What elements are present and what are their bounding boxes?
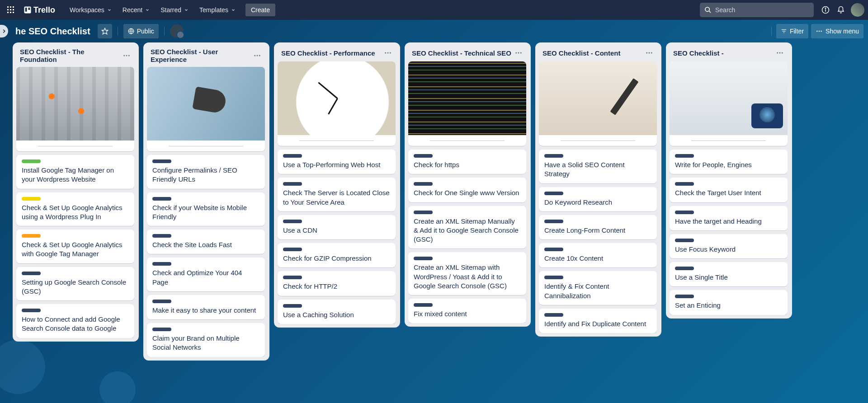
card[interactable]: Use Focus Keyword (670, 234, 788, 258)
card[interactable]: Set an Enticing (670, 290, 788, 314)
card-label[interactable] (414, 303, 433, 307)
list-title[interactable]: SEO Checklist - Content (542, 49, 643, 57)
card-label[interactable] (152, 234, 171, 238)
card[interactable]: Check and Optimize Your 404 Page (147, 258, 265, 291)
card[interactable]: Check for One Single www Version (408, 178, 526, 202)
card-label[interactable] (544, 192, 563, 195)
star-board-button[interactable] (98, 24, 112, 38)
list-menu-button[interactable] (251, 51, 263, 61)
expand-sidebar-handle[interactable] (0, 25, 8, 37)
card-label[interactable] (283, 276, 302, 279)
card[interactable]: Use a Single Title (670, 262, 788, 286)
nav-recent[interactable]: Recent (117, 4, 155, 16)
card[interactable]: Install Google Tag Manager on your Wordp… (16, 155, 134, 189)
card-label[interactable] (283, 248, 302, 251)
card-label[interactable] (22, 272, 41, 275)
card-label[interactable] (152, 159, 171, 163)
list-title[interactable]: SEO Checklist - Technical SEO (412, 49, 513, 57)
card-label[interactable] (152, 328, 171, 331)
nav-workspaces[interactable]: Workspaces (64, 4, 117, 16)
card[interactable]: Create Long-Form Content (539, 215, 657, 239)
card-label[interactable] (283, 182, 302, 186)
card-label[interactable] (544, 154, 563, 158)
card[interactable]: Have the target and Heading (670, 206, 788, 230)
card[interactable]: Use a Top-Performing Web Host (278, 150, 396, 174)
card[interactable]: Configure Permalinks / SEO Friendly URLs (147, 155, 265, 189)
nav-starred[interactable]: Starred (155, 4, 194, 16)
card-label[interactable] (544, 313, 563, 317)
card[interactable]: Have a Solid SEO Content Strategy (539, 150, 657, 183)
card-label[interactable] (675, 154, 694, 158)
list-menu-button[interactable] (643, 48, 655, 58)
list-menu-button[interactable] (774, 48, 786, 58)
list-menu-button[interactable] (382, 48, 394, 58)
board-canvas[interactable]: SEO Checklist - The FoundationInstall Go… (0, 42, 868, 403)
card-label[interactable] (675, 239, 694, 242)
card-label[interactable] (675, 182, 694, 186)
card-label[interactable] (675, 267, 694, 270)
card-cover[interactable] (539, 61, 657, 146)
card-label[interactable] (152, 197, 171, 201)
list-title[interactable]: SEO Checklist - (673, 49, 774, 57)
card-label[interactable] (675, 295, 694, 298)
create-button[interactable]: Create (245, 4, 275, 16)
card-label[interactable] (544, 220, 563, 223)
card-label[interactable] (544, 276, 563, 279)
card-label[interactable] (22, 197, 41, 201)
card[interactable]: Claim your Brand on Multiple Social Netw… (147, 323, 265, 357)
card[interactable]: Identify and Fix Duplicate Content (539, 309, 657, 333)
card[interactable]: Check for HTTP/2 (278, 271, 396, 295)
card-label[interactable] (22, 234, 41, 238)
card[interactable]: Check the Site Loads Fast (147, 230, 265, 254)
card-label[interactable] (152, 300, 171, 303)
card-label[interactable] (414, 154, 433, 158)
card[interactable]: Check the Target User Intent (670, 178, 788, 202)
card[interactable]: Create an XML Sitemap with WordPress / Y… (408, 252, 526, 295)
search-input[interactable] (715, 6, 809, 14)
trello-logo[interactable]: Trello (20, 5, 59, 15)
board-member-avatar[interactable] (170, 24, 184, 38)
card[interactable]: Do Keyword Research (539, 187, 657, 211)
list-title[interactable]: SEO Checklist - Performance (281, 49, 382, 57)
card-cover[interactable] (670, 61, 788, 146)
card[interactable]: Check for GZIP Compression (278, 243, 396, 267)
info-button[interactable] (818, 3, 833, 17)
card[interactable]: Check if your Website is Mobile Friendly (147, 192, 265, 226)
card-label[interactable] (675, 211, 694, 214)
card-cover[interactable] (147, 67, 265, 151)
card-label[interactable] (22, 159, 41, 163)
card-cover[interactable] (278, 61, 396, 146)
card[interactable]: Create an XML Sitemap Manually & Add it … (408, 206, 526, 249)
board-title[interactable]: he SEO Checklist (12, 26, 94, 37)
list-menu-button[interactable] (121, 51, 132, 61)
card-cover[interactable] (408, 61, 526, 146)
list-menu-button[interactable] (513, 48, 524, 58)
card[interactable]: Check for https (408, 150, 526, 174)
card[interactable]: Setting up Google Search Console (GSC) (16, 267, 134, 301)
card[interactable]: Use a Caching Solution (278, 300, 396, 324)
search-box[interactable] (700, 3, 814, 17)
card-label[interactable] (283, 220, 302, 223)
card-label[interactable] (152, 262, 171, 266)
visibility-button[interactable]: Public (123, 24, 159, 38)
card[interactable]: Fix mixed content (408, 299, 526, 323)
card-label[interactable] (414, 182, 433, 186)
show-menu-button[interactable]: Show menu (811, 24, 863, 38)
apps-switcher-button[interactable] (4, 3, 18, 17)
card-label[interactable] (283, 154, 302, 158)
card[interactable]: Check & Set Up Google Analytics with Goo… (16, 230, 134, 263)
card[interactable]: Check The Server is Located Close to You… (278, 178, 396, 211)
card-label[interactable] (22, 309, 41, 312)
card[interactable]: Identify & Fix Content Cannibalization (539, 271, 657, 305)
notifications-button[interactable] (834, 3, 848, 17)
card-label[interactable] (414, 257, 433, 260)
card-label[interactable] (544, 248, 563, 251)
card[interactable]: Check & Set Up Google Analytics using a … (16, 192, 134, 226)
filter-button[interactable]: Filter (776, 24, 808, 38)
list-title[interactable]: SEO Checklist - The Foundation (20, 48, 121, 63)
nav-templates[interactable]: Templates (194, 4, 241, 16)
account-avatar[interactable] (851, 3, 864, 17)
card[interactable]: Write for People, Engines (670, 150, 788, 174)
card-label[interactable] (414, 211, 433, 214)
card[interactable]: Create 10x Content (539, 243, 657, 267)
